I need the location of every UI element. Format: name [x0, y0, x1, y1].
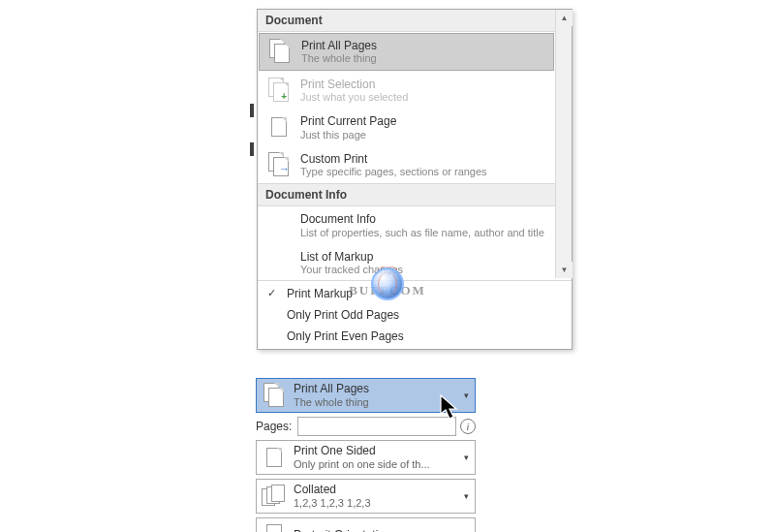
- selector-title: Collated: [294, 483, 471, 496]
- option-text: Document Info List of properties, such a…: [300, 211, 547, 239]
- pages-input[interactable]: [297, 417, 456, 436]
- option-subtitle: List of properties, such as file name, a…: [300, 227, 547, 239]
- toggle-print-markup[interactable]: ✓ Print Markup: [258, 283, 572, 304]
- toggle-label: Print Markup: [287, 287, 353, 300]
- selector-title: Print One Sided: [294, 444, 471, 457]
- selector-title: Print All Pages: [294, 382, 471, 395]
- option-list-of-markup[interactable]: List of Markup Your tracked changes: [258, 244, 555, 279]
- selector-title: Portrait Orientation: [294, 522, 471, 532]
- option-subtitle: Just what you selected: [300, 91, 547, 104]
- option-title: Print Selection: [300, 78, 547, 91]
- option-print-selection: Print Selection Just what you selected: [258, 72, 555, 110]
- option-subtitle: The whole thing: [301, 52, 546, 65]
- dropdown-scrollbar[interactable]: ▲ ▼: [555, 10, 572, 278]
- left-edge-marker: [250, 104, 254, 117]
- pages-row: Pages: i: [256, 417, 476, 436]
- pages-icon: [266, 38, 294, 65]
- option-title: List of Markup: [300, 250, 547, 264]
- dropdown-section-document-info: Document Info: [258, 183, 555, 206]
- selector-subtitle: 1,2,3 1,2,3 1,2,3: [294, 497, 471, 510]
- option-title: Document Info: [300, 212, 547, 226]
- option-subtitle: Your tracked changes: [300, 264, 547, 276]
- one-sided-selector[interactable]: Print One Sided Only print on one side o…: [256, 440, 476, 475]
- option-text: Custom Print Type specific pages, sectio…: [300, 151, 547, 179]
- option-text: Print Current Page Just this page: [300, 113, 547, 141]
- option-title: Custom Print: [300, 152, 547, 166]
- what-to-print-selector[interactable]: Print All Pages The whole thing ▾: [256, 378, 476, 413]
- option-print-all-pages[interactable]: Print All Pages The whole thing: [259, 33, 554, 71]
- option-document-info[interactable]: Document Info List of properties, such a…: [258, 206, 555, 244]
- print-settings-column: Print All Pages The whole thing ▾ Pages:…: [256, 378, 476, 532]
- option-label: Only Print Even Pages: [287, 329, 404, 343]
- option-print-current-page[interactable]: Print Current Page Just this page: [258, 109, 555, 146]
- pages-arrow-icon: [265, 151, 293, 178]
- page-icon: [261, 444, 288, 471]
- dropdown-list: Document Print All Pages The whole thing…: [258, 10, 555, 278]
- selector-subtitle: The whole thing: [294, 396, 471, 409]
- pages-plus-icon: [265, 77, 293, 104]
- pages-label: Pages:: [256, 420, 292, 433]
- dropdown-section-document: Document: [258, 10, 555, 32]
- check-icon: ✓: [267, 287, 276, 299]
- info-icon[interactable]: i: [460, 419, 476, 434]
- separator: [258, 280, 572, 281]
- option-label: Only Print Odd Pages: [287, 308, 399, 322]
- scroll-up-icon[interactable]: ▲: [556, 10, 573, 26]
- option-custom-print[interactable]: Custom Print Type specific pages, sectio…: [258, 146, 555, 184]
- option-only-even-pages[interactable]: Only Print Even Pages: [258, 326, 572, 349]
- chevron-down-icon: ▾: [464, 453, 469, 462]
- chevron-down-icon: ▾: [464, 491, 469, 501]
- page-icon: [265, 113, 293, 141]
- option-text: Print Selection Just what you selected: [300, 77, 547, 105]
- collated-icon: [261, 483, 288, 510]
- orientation-selector[interactable]: Portrait Orientation ▾: [256, 517, 476, 532]
- pages-icon: [261, 382, 288, 409]
- scroll-down-icon[interactable]: ▼: [556, 262, 573, 278]
- collated-selector[interactable]: Collated 1,2,3 1,2,3 1,2,3 ▾: [256, 479, 476, 514]
- selector-text: Portrait Orientation: [294, 522, 471, 532]
- chevron-down-icon: ▾: [464, 391, 469, 400]
- selector-subtitle: Only print on one side of th...: [294, 458, 471, 471]
- print-what-dropdown: Document Print All Pages The whole thing…: [257, 9, 573, 350]
- selector-text: Collated 1,2,3 1,2,3 1,2,3: [294, 483, 471, 509]
- option-text: List of Markup Your tracked changes: [300, 249, 547, 277]
- selector-text: Print All Pages The whole thing: [294, 382, 471, 408]
- option-title: Print All Pages: [301, 39, 546, 52]
- option-subtitle: Just this page: [300, 129, 547, 141]
- option-only-odd-pages[interactable]: Only Print Odd Pages: [258, 304, 572, 326]
- option-title: Print Current Page: [300, 114, 547, 128]
- selector-text: Print One Sided Only print on one side o…: [294, 444, 471, 470]
- option-text: Print All Pages The whole thing: [301, 38, 546, 66]
- portrait-icon: [261, 521, 288, 532]
- option-subtitle: Type specific pages, sections or ranges: [300, 166, 547, 178]
- left-edge-marker: [250, 142, 254, 156]
